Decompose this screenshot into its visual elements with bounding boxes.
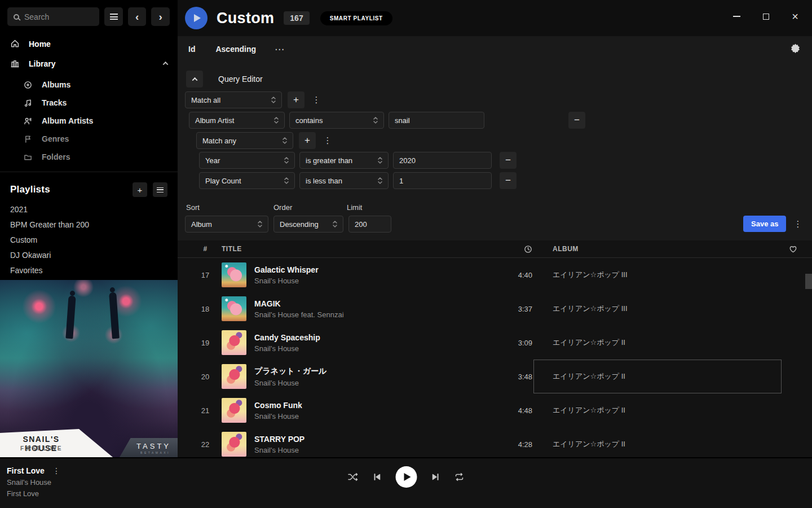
album-art-thumbnail[interactable]	[222, 432, 246, 457]
rule-value-input[interactable]	[393, 172, 492, 189]
album-art-thumbnail[interactable]	[222, 296, 246, 321]
sidebar-item-genres[interactable]: Genres	[0, 130, 178, 148]
playlist-options-button[interactable]	[153, 182, 167, 197]
window-close-button[interactable]: ×	[787, 8, 803, 24]
track-album-cell[interactable]: エイリアン☆ポップ II	[533, 326, 782, 360]
sort-field-button[interactable]: Id	[188, 45, 195, 54]
track-title[interactable]: Candy Spaceship	[254, 333, 320, 342]
play-pause-button[interactable]	[396, 466, 417, 488]
previous-button[interactable]	[373, 472, 382, 481]
shuffle-button[interactable]	[348, 472, 359, 481]
chevron-up-icon[interactable]	[163, 62, 169, 67]
table-row[interactable]: 20 プラネット・ガール Snail's House 3:48 エイリアン☆ポッ…	[178, 360, 812, 393]
sidebar-item-album-artists[interactable]: Album Artists	[0, 112, 178, 130]
table-row[interactable]: 17 Galactic Whisper Snail's House 4:40 エ…	[178, 258, 812, 292]
menu-button[interactable]	[104, 7, 123, 26]
rule-field-select[interactable]: Play Count	[199, 172, 295, 189]
album-art-thumbnail[interactable]	[222, 330, 246, 355]
track-artist[interactable]: Snail's House feat. Sennzai	[254, 310, 344, 319]
column-header-index[interactable]: #	[192, 245, 219, 253]
playlist-item[interactable]: 2021	[0, 202, 178, 217]
sidebar-item-tracks[interactable]: Tracks	[0, 94, 178, 112]
table-row[interactable]: 22 STARRY POP Snail's House 4:28 エイリアン☆ポ…	[178, 427, 812, 457]
track-title[interactable]: STARRY POP	[254, 435, 304, 444]
add-rule-button[interactable]: +	[288, 91, 304, 108]
remove-rule-button[interactable]: −	[568, 112, 585, 129]
track-artist[interactable]: Snail's House	[254, 277, 319, 285]
rule-field-select[interactable]: Year	[199, 152, 295, 169]
repeat-button[interactable]	[454, 472, 465, 481]
album-art-thumbnail[interactable]	[222, 364, 246, 389]
rule-group-menu-button[interactable]: ⋮	[310, 91, 323, 108]
track-artist[interactable]: Snail's House	[254, 379, 326, 387]
sidebar-item-folders[interactable]: Folders	[0, 148, 178, 166]
table-row[interactable]: 19 Candy Spaceship Snail's House 3:09 エイ…	[178, 326, 812, 360]
now-playing-artist[interactable]: Snail's House	[7, 478, 60, 487]
play-playlist-button[interactable]	[185, 7, 208, 29]
collapse-query-editor-button[interactable]	[186, 71, 203, 87]
window-minimize-button[interactable]	[729, 8, 744, 24]
track-title[interactable]: MAGIK	[254, 299, 344, 308]
sort-direction-button[interactable]: Ascending	[215, 45, 256, 54]
table-settings-button[interactable]	[791, 43, 800, 55]
sidebar-item-albums[interactable]: Albums	[0, 76, 178, 94]
next-button[interactable]	[431, 472, 440, 481]
search-box[interactable]	[7, 7, 99, 26]
rule-operator-select[interactable]: is greater than	[299, 152, 389, 169]
smart-playlist-badge: SMART PLAYLIST	[320, 11, 392, 25]
window-maximize-button[interactable]	[758, 8, 774, 24]
track-album-cell[interactable]: エイリアン☆ポップ II	[533, 427, 782, 457]
playlist-item[interactable]: DJ Okawari	[0, 247, 178, 262]
track-index: 20	[192, 373, 219, 381]
track-album-cell[interactable]: エイリアン☆ポップ II	[533, 360, 782, 393]
column-header-title[interactable]: TITLE	[219, 245, 485, 253]
rule-value-input[interactable]	[389, 112, 484, 129]
track-album-cell[interactable]: エイリアン☆ポップ III	[533, 258, 782, 292]
now-playing-title[interactable]: First Love	[7, 466, 45, 475]
sidebar-item-library[interactable]: Library	[0, 54, 178, 73]
column-header-favorite[interactable]	[782, 245, 804, 253]
column-header-album[interactable]: ALBUM	[533, 245, 782, 253]
sidebar-item-home[interactable]: Home	[0, 34, 178, 54]
track-artist[interactable]: Snail's House	[254, 344, 320, 353]
track-title[interactable]: Galactic Whisper	[254, 265, 319, 274]
search-input[interactable]	[24, 12, 86, 21]
column-header-duration[interactable]	[485, 245, 533, 253]
rule-operator-select[interactable]: is less than	[299, 172, 389, 189]
match-type-select[interactable]: Match all	[185, 91, 282, 108]
remove-rule-button[interactable]: −	[500, 152, 517, 169]
now-playing-menu-button[interactable]: ⋮	[52, 466, 60, 475]
scrollbar-thumb[interactable]	[805, 274, 812, 289]
track-artist[interactable]: Snail's House	[254, 446, 304, 454]
more-options-button[interactable]: ⋯	[275, 43, 285, 55]
album-art-thumbnail[interactable]	[222, 398, 246, 423]
save-as-button[interactable]: Save as	[743, 216, 786, 232]
add-rule-button[interactable]: +	[299, 132, 316, 149]
query-menu-button[interactable]: ⋮	[792, 216, 804, 233]
table-row[interactable]: 21 Cosmo Funk Snail's House 4:48 エイリアン☆ポ…	[178, 393, 812, 427]
nav-back-button[interactable]: ‹	[128, 7, 147, 26]
sort-select[interactable]: Album	[185, 216, 268, 233]
group-match-type-select[interactable]: Match any	[196, 132, 293, 149]
playlist-item[interactable]: Custom	[0, 232, 178, 247]
album-art-thumbnail[interactable]	[222, 262, 246, 287]
nav-forward-button[interactable]: ›	[151, 7, 170, 26]
rule-operator-select[interactable]: contains	[289, 112, 384, 129]
remove-rule-button[interactable]: −	[500, 172, 517, 189]
add-playlist-button[interactable]: +	[133, 182, 147, 197]
limit-input[interactable]	[348, 216, 391, 233]
track-title[interactable]: Cosmo Funk	[254, 401, 302, 410]
playlist-item[interactable]: BPM Greater than 200	[0, 217, 178, 232]
table-row[interactable]: 18 MAGIK Snail's House feat. Sennzai 3:3…	[178, 292, 812, 326]
track-album-cell[interactable]: エイリアン☆ポップ III	[533, 292, 782, 326]
now-playing-album[interactable]: First Love	[7, 489, 60, 498]
track-title[interactable]: プラネット・ガール	[254, 366, 326, 376]
rule-field-select[interactable]: Album Artist	[189, 112, 285, 129]
playlist-item[interactable]: Favorites	[0, 262, 178, 278]
track-artist[interactable]: Snail's House	[254, 412, 302, 421]
order-select[interactable]: Descending	[273, 216, 343, 233]
now-playing-cover-art[interactable]: SNAIL'S HOUSE FIRST LOVE TASTY BETAMAXI	[0, 280, 178, 457]
rule-value-input[interactable]	[393, 152, 492, 169]
rule-group-menu-button[interactable]: ⋮	[321, 132, 334, 149]
track-album-cell[interactable]: エイリアン☆ポップ II	[533, 393, 782, 427]
